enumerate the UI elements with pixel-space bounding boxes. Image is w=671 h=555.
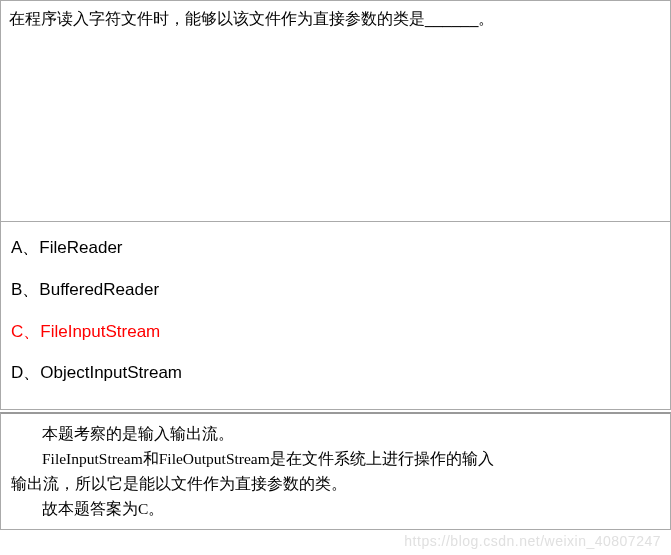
question-section: 在程序读入字符文件时，能够以该文件作为直接参数的类是______。 <box>0 0 671 222</box>
option-d-label: D、 <box>11 363 40 382</box>
question-text: 在程序读入字符文件时，能够以该文件作为直接参数的类是______。 <box>9 10 494 27</box>
option-c: C、FileInputStream <box>11 320 660 344</box>
option-a-label: A、 <box>11 238 39 257</box>
option-c-label: C、 <box>11 322 40 341</box>
explanation-line-2b: 输出流，所以它是能以文件作为直接参数的类。 <box>11 472 660 497</box>
option-b-label: B、 <box>11 280 39 299</box>
watermark: https://blog.csdn.net/weixin_40807247 <box>404 533 661 549</box>
options-section: A、FileReader B、BufferedReader C、FileInpu… <box>0 222 671 410</box>
option-a-text: FileReader <box>39 238 122 257</box>
explanation-line-1: 本题考察的是输入输出流。 <box>11 422 660 447</box>
explanation-section: 本题考察的是输入输出流。 FileInputStream和FileOutputS… <box>0 412 671 530</box>
option-d: D、ObjectInputStream <box>11 361 660 385</box>
option-b-text: BufferedReader <box>39 280 159 299</box>
explanation-line-2a: FileInputStream和FileOutputStream是在文件系统上进… <box>11 447 660 472</box>
option-b: B、BufferedReader <box>11 278 660 302</box>
explanation-line-3: 故本题答案为C。 <box>11 497 660 522</box>
option-d-text: ObjectInputStream <box>40 363 182 382</box>
option-c-text: FileInputStream <box>40 322 160 341</box>
option-a: A、FileReader <box>11 236 660 260</box>
